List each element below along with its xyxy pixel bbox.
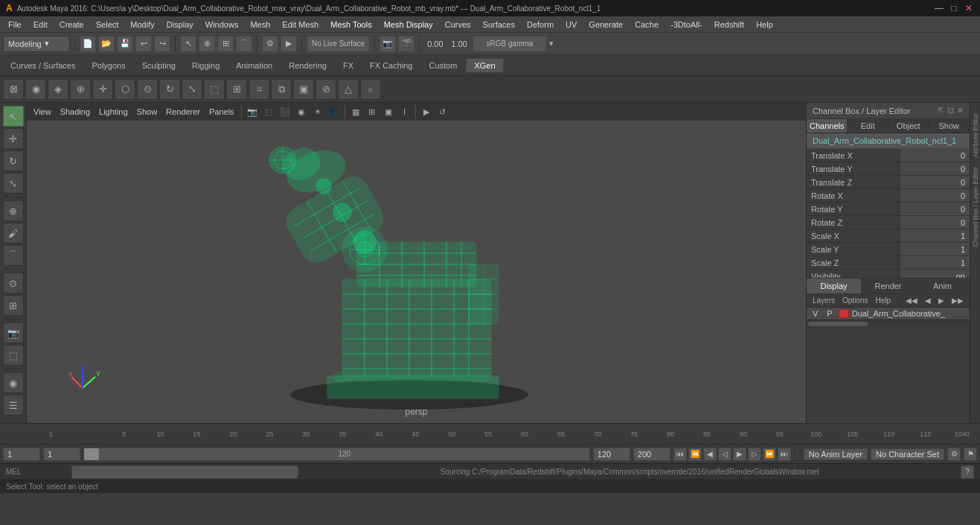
display-layer-button[interactable]: ◉ <box>3 372 24 393</box>
prev-key-button[interactable]: ◀ <box>703 448 717 461</box>
menu-item-modify[interactable]: Modify <box>125 19 159 31</box>
command-input[interactable] <box>71 465 298 479</box>
render-settings-button[interactable]: ⚙ <box>262 36 278 52</box>
start-frame-field[interactable]: 1 <box>43 448 80 461</box>
move-tool-button[interactable]: ✛ <box>3 128 24 149</box>
channel-box-tab[interactable]: Channel Box / Layer Editor <box>971 164 980 250</box>
layer-row[interactable]: V P Dual_Arm_Collaborative_ <box>807 308 970 319</box>
layer-nav-2[interactable]: ◀ <box>922 296 934 305</box>
paint-weights-button[interactable]: 🖌 <box>3 223 24 244</box>
play-forward-button[interactable]: ▶ <box>733 448 746 461</box>
layer-nav-1[interactable]: ◀◀ <box>903 296 920 305</box>
snap-grid-button[interactable]: ⊞ <box>217 36 234 52</box>
shelf-icon-7[interactable]: ⊙ <box>137 79 158 100</box>
menu-item-curves[interactable]: Curves <box>440 19 476 31</box>
menu-item-deform[interactable]: Deform <box>522 19 559 31</box>
shelf-icon-2[interactable]: ◉ <box>25 79 46 100</box>
minimize-button[interactable]: — <box>934 3 944 13</box>
menu-item-file[interactable]: File <box>3 19 27 31</box>
live-surface-button[interactable]: No Live Surface <box>307 36 370 52</box>
channel-box-controls[interactable]: ⇱ ⊡ ✕ <box>938 106 964 115</box>
menu-item-help[interactable]: Help <box>751 19 778 31</box>
cb-close-button[interactable]: ✕ <box>957 106 964 115</box>
window-controls[interactable]: — □ ✕ <box>934 3 974 13</box>
shelf-icon-13[interactable]: ⧉ <box>271 79 292 100</box>
hscroll-thumb[interactable] <box>808 322 868 326</box>
panels-menu[interactable]: Panels <box>205 106 238 118</box>
timeline[interactable]: 1510152025303540455055606570758085909510… <box>0 423 980 444</box>
vp-wireframe-btn[interactable]: ⬛ <box>278 104 292 119</box>
anim-end-field[interactable]: 200 <box>633 448 670 461</box>
close-button[interactable]: ✕ <box>964 3 974 13</box>
char-settings-button[interactable]: ⚙ <box>947 448 961 461</box>
attribute-editor-tab[interactable]: Attribute Editor <box>971 110 980 161</box>
help-tab[interactable]: Help <box>872 296 894 305</box>
channel-value[interactable]: on <box>900 270 970 278</box>
shelf-icon-16[interactable]: △ <box>338 79 359 100</box>
vp-light-btn[interactable]: ☀ <box>310 104 325 119</box>
render-cam-button[interactable]: 📷 <box>3 322 24 343</box>
channel-scroll-area[interactable]: Translate X 0 Translate Y 0 Translate Z … <box>807 149 970 278</box>
render-button[interactable]: ▶ <box>281 36 297 52</box>
shelf-icon-3[interactable]: ◈ <box>48 79 68 100</box>
shelf-icon-11[interactable]: ⊞ <box>226 79 247 100</box>
maximize-button[interactable]: □ <box>949 3 959 13</box>
camera-button[interactable]: 📷 <box>379 36 396 52</box>
shelf-icon-9[interactable]: ⤡ <box>182 79 202 100</box>
vp-camera-btn[interactable]: 📷 <box>245 104 260 119</box>
shading-menu[interactable]: Shading <box>57 106 94 118</box>
channel-value[interactable]: 0 <box>900 162 970 175</box>
channel-value[interactable]: 1 <box>900 256 970 269</box>
cb-tab-show[interactable]: Show <box>929 119 970 133</box>
help-icon[interactable]: ? <box>961 465 974 479</box>
snap-toggle-button[interactable]: ⊞ <box>3 295 24 316</box>
shelf-tab-fx[interactable]: FX <box>336 59 361 72</box>
renderer-menu[interactable]: Renderer <box>162 106 204 118</box>
vp-iso-btn[interactable]: ▦ <box>348 104 363 119</box>
shelf-icon-4[interactable]: ⊕ <box>70 79 91 100</box>
menu-item-mesh-tools[interactable]: Mesh Tools <box>325 19 377 31</box>
vp-quad-btn[interactable]: ⊞ <box>365 104 379 119</box>
outliner-button[interactable]: ☰ <box>3 395 24 416</box>
shelf-icon-14[interactable]: ▣ <box>293 79 314 100</box>
menu-item-uv[interactable]: UV <box>560 19 582 31</box>
layer-color-swatch[interactable] <box>839 309 849 318</box>
shelf-tab-xgen[interactable]: XGen <box>466 58 503 72</box>
menu-item-select[interactable]: Select <box>91 19 124 31</box>
current-frame-field[interactable]: 1 <box>3 448 40 461</box>
float-button[interactable]: ⇱ <box>938 106 944 115</box>
open-file-button[interactable]: 📂 <box>98 36 115 52</box>
auto-key-button[interactable]: ⚑ <box>964 448 977 461</box>
cb-tab-channels[interactable]: Channels <box>807 119 848 133</box>
channel-value[interactable]: 0 <box>900 189 970 202</box>
shelf-icon-12[interactable]: ⌗ <box>249 79 269 100</box>
dra-tab-render[interactable]: Render <box>861 279 915 293</box>
options-tab[interactable]: Options <box>839 296 871 305</box>
shelf-tab-rendering[interactable]: Rendering <box>281 59 334 72</box>
menu-item-surfaces[interactable]: Surfaces <box>478 19 520 31</box>
cb-tab-object[interactable]: Object <box>888 119 929 133</box>
lasso-tool-button[interactable]: ⌒ <box>3 245 24 266</box>
shelf-tab-fx-caching[interactable]: FX Caching <box>362 59 420 72</box>
horizontal-scrollbar[interactable] <box>807 319 970 327</box>
menu-item-cache[interactable]: Cache <box>630 19 664 31</box>
viewport[interactable]: View Shading Lighting Show Renderer Pane… <box>27 103 806 423</box>
menu-item-windows[interactable]: Windows <box>200 19 244 31</box>
vp-grid-btn[interactable]: ⬚ <box>261 104 276 119</box>
char-set-dropdown[interactable]: No Character Set <box>871 448 944 460</box>
channel-value[interactable]: 0 <box>900 149 970 162</box>
shelf-icon-10[interactable]: ⬚ <box>204 79 225 100</box>
new-file-button[interactable]: 📄 <box>80 36 96 52</box>
shelf-tab-curves---surfaces[interactable]: Curves / Surfaces <box>3 59 83 72</box>
menu-item-edit[interactable]: Edit <box>28 19 53 31</box>
next-key-button[interactable]: ▷ <box>748 448 761 461</box>
play-back-button[interactable]: ◁ <box>718 448 731 461</box>
workspace-dropdown[interactable]: Modeling ▾ <box>3 36 70 52</box>
gamma-dropdown[interactable]: sRGB gamma <box>473 36 547 52</box>
shelf-icon-17[interactable]: ⬦ <box>360 79 381 100</box>
end-frame-field[interactable]: 120 <box>593 448 630 461</box>
anim-layer-dropdown[interactable]: No Anim Layer <box>804 448 868 460</box>
channel-value[interactable]: 0 <box>900 216 970 229</box>
snap-curve-button[interactable]: ⌒ <box>236 36 252 52</box>
rotate-tool-button[interactable]: ↻ <box>3 150 24 171</box>
